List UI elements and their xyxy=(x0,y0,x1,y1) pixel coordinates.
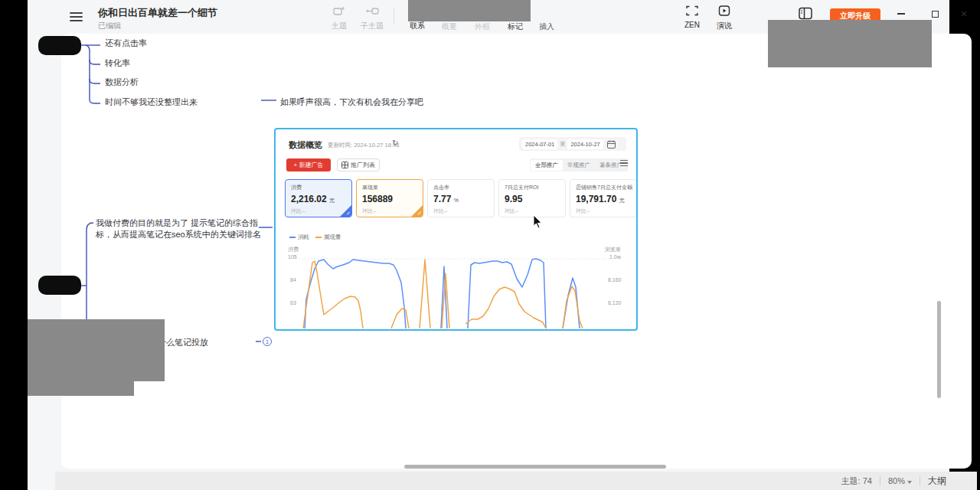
zen-mode-icon xyxy=(686,5,698,16)
mindmap-topic-analytics[interactable]: 数据分析 xyxy=(105,77,139,88)
metric-card-ctr[interactable]: 点击率 7.77 % 环比-- xyxy=(427,179,495,217)
minimize-button[interactable] xyxy=(894,7,908,21)
date-range-picker: 2024-07-01 至 2024-10-27 xyxy=(519,137,626,151)
mindmap-topic-ctr[interactable]: 还有点击率 xyxy=(105,38,147,49)
outline-button[interactable]: 大纲 xyxy=(928,475,946,488)
document-title: 你和日出百单就差一个细节 xyxy=(98,6,217,20)
trend-chart xyxy=(289,253,624,329)
redaction-box xyxy=(28,381,134,396)
legend-dash xyxy=(289,237,296,238)
toolbar-summary-label[interactable]: 概要 xyxy=(442,21,457,32)
horizontal-scrollbar[interactable] xyxy=(404,465,666,469)
check-icon: ✓ xyxy=(417,211,422,217)
embedded-dashboard-image[interactable]: 数据概览 更新时间: 2024-10-27 18:48 ↻ 2024-07-01… xyxy=(274,128,638,331)
vertical-scrollbar[interactable] xyxy=(937,301,941,398)
refresh-icon[interactable]: ↻ xyxy=(392,139,398,147)
redaction-box xyxy=(408,0,531,21)
calendar-icon[interactable] xyxy=(607,140,616,149)
topic-icon xyxy=(333,5,346,16)
metric-card-roi[interactable]: 7日总支付ROI 9.95 环比-- xyxy=(498,179,566,217)
mindmap-node-redacted[interactable] xyxy=(38,276,81,295)
right-axis-label: 浏览量 xyxy=(605,246,621,253)
mindmap-topic-conversion[interactable]: 转化率 xyxy=(105,57,130,69)
statusbar-divider xyxy=(920,476,920,485)
date-start-input[interactable]: 2024-07-01 xyxy=(522,139,557,149)
toolbar-subtopic-button[interactable]: 子主题 xyxy=(355,5,389,31)
subtopic-icon xyxy=(366,5,379,16)
topic-count: 主题: 74 xyxy=(841,475,872,487)
new-ad-button[interactable]: + 新建广告 xyxy=(286,158,331,172)
status-bar: 主题: 74 80% 大纲 xyxy=(55,472,977,490)
metric-card-store-sales[interactable]: 店铺销售7日总支付金额 19,791.70 元 环比-- xyxy=(570,179,637,217)
legend-item-impressions[interactable]: 展现量 xyxy=(315,234,341,241)
date-separator: 至 xyxy=(560,140,565,148)
mindmap-topic-no-time[interactable]: 时间不够我还没整理出来 xyxy=(105,96,198,108)
tab-all-promo[interactable]: 全部推广 xyxy=(531,160,563,171)
hamburger-menu-icon[interactable] xyxy=(70,12,83,22)
left-axis-label: 消费 xyxy=(288,246,299,253)
screen: 你和日出百单就差一个细节 已编辑 主题 子主题 联系 概要 外框 标记 插入 Z… xyxy=(0,0,980,490)
metric-card-spend[interactable]: 消费 2,216.02 元 环比-- ✓ xyxy=(285,179,352,217)
toolbar-zen-button[interactable]: ZEN xyxy=(675,5,709,29)
tab-regular-promo[interactable]: 常规推广 xyxy=(563,160,595,171)
chevron-down-icon xyxy=(907,481,912,484)
save-status: 已编辑 xyxy=(98,21,121,31)
toolbar-present-button[interactable]: 演说 xyxy=(707,5,741,31)
legend-item-spend[interactable]: 消耗 xyxy=(289,234,309,241)
panel-toggle-icon[interactable] xyxy=(799,7,813,20)
toolbar-frame-label[interactable]: 外框 xyxy=(475,21,490,32)
toolbar-divider xyxy=(394,8,394,24)
toolbar-insert-label[interactable]: 插入 xyxy=(539,21,554,32)
grid-icon xyxy=(341,162,348,168)
mindmap-topic-share-next[interactable]: 如果呼声很高，下次有机会我在分享吧 xyxy=(280,96,423,108)
minimize-icon xyxy=(897,13,905,15)
toolbar-topic-button[interactable]: 主题 xyxy=(322,5,356,31)
mindmap-topic-note-delivery[interactable]: 什么笔记投放 xyxy=(158,337,208,348)
zoom-level[interactable]: 80% xyxy=(888,476,912,485)
statusbar-divider xyxy=(880,476,880,485)
maximize-icon xyxy=(932,11,939,18)
metric-settings-icon[interactable] xyxy=(620,160,628,168)
maximize-button[interactable] xyxy=(928,7,942,21)
date-end-input[interactable]: 2024-10-27 xyxy=(567,139,603,149)
legend-dash xyxy=(315,237,322,238)
toolbar-marker-label[interactable]: 标记 xyxy=(508,21,523,32)
promo-tabs: 全部推广 常规推广 薯条推广 xyxy=(530,158,628,172)
redaction-box xyxy=(28,319,165,381)
dashboard-title: 数据概览 xyxy=(289,139,322,151)
dashboard-update-time: 更新时间: 2024-10-27 18:48 xyxy=(328,142,399,149)
promo-list-button[interactable]: 推广列表 xyxy=(337,158,380,172)
presentation-icon xyxy=(718,5,730,16)
check-icon: ✓ xyxy=(346,211,351,217)
redaction-box xyxy=(768,20,932,67)
metric-card-impressions[interactable]: 展现量 156889 环比-- ✓ xyxy=(356,179,423,217)
mindmap-node-redacted[interactable] xyxy=(38,36,81,55)
mindmap-topic-paid-goal[interactable]: 我做付费的目的就是为了 提示笔记的综合指标，从而提高笔记在seo系统中的关键词排… xyxy=(96,217,266,240)
relationship-badge[interactable]: 1 xyxy=(263,337,272,346)
close-button[interactable]: × xyxy=(957,7,971,21)
